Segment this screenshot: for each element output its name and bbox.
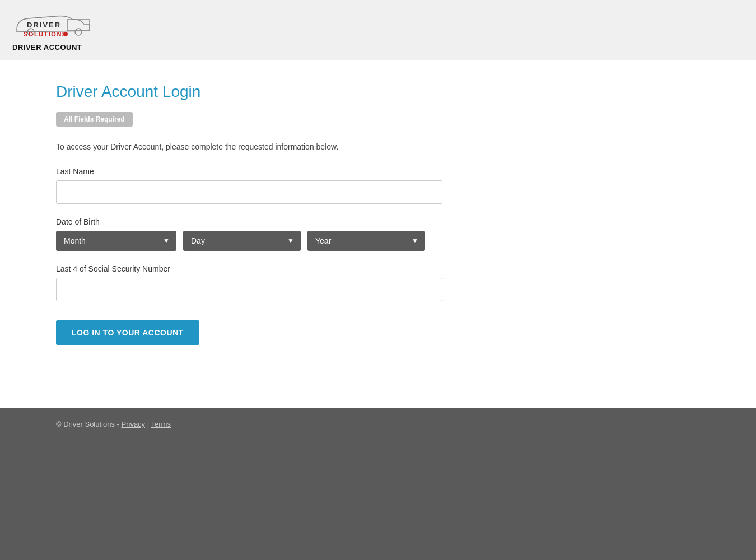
privacy-link[interactable]: Privacy xyxy=(122,420,146,428)
login-button[interactable]: LOG IN TO YOUR ACCOUNT xyxy=(56,320,199,345)
dob-label: Date of Birth xyxy=(56,217,700,226)
description-text: To access your Driver Account, please co… xyxy=(56,142,700,151)
last-name-label: Last Name xyxy=(56,167,700,176)
ssn-label: Last 4 of Social Security Number xyxy=(56,264,700,273)
ssn-group: Last 4 of Social Security Number xyxy=(56,264,700,301)
day-select[interactable]: Day 123 456 789 101112 131415 161718 192… xyxy=(183,231,301,251)
site-header: DRIVER SOLUTIONS . DRIVER ACCOUNT xyxy=(0,0,756,60)
year-select[interactable]: Year 20052004 20032002 20012000 19991998… xyxy=(307,231,425,251)
dob-row: Month January February March April May J… xyxy=(56,231,700,251)
last-name-group: Last Name xyxy=(56,167,700,204)
logo-image: DRIVER SOLUTIONS . xyxy=(11,8,106,42)
main-content: Driver Account Login All Fields Required… xyxy=(0,60,756,408)
svg-text:SOLUTIONS: SOLUTIONS xyxy=(24,31,67,38)
site-footer: © Driver Solutions - Privacy | Terms xyxy=(0,408,756,560)
month-select[interactable]: Month January February March April May J… xyxy=(56,231,176,251)
terms-link[interactable]: Terms xyxy=(151,420,171,428)
logo-container: DRIVER SOLUTIONS . DRIVER ACCOUNT xyxy=(11,8,745,52)
footer-separator: | xyxy=(145,420,151,428)
dob-group: Date of Birth Month January February Mar… xyxy=(56,217,700,251)
month-select-wrapper: Month January February March April May J… xyxy=(56,231,176,251)
last-name-input[interactable] xyxy=(56,180,442,204)
driver-account-label: DRIVER ACCOUNT xyxy=(12,43,82,52)
svg-point-1 xyxy=(75,29,82,35)
copyright-text: © Driver Solutions - xyxy=(56,420,122,428)
svg-text:DRIVER: DRIVER xyxy=(27,21,61,29)
svg-text:.: . xyxy=(67,32,68,38)
year-select-wrapper: Year 20052004 20032002 20012000 19991998… xyxy=(307,231,425,251)
ssn-input[interactable] xyxy=(56,278,442,301)
all-fields-badge: All Fields Required xyxy=(56,112,133,127)
day-select-wrapper: Day 123 456 789 101112 131415 161718 192… xyxy=(183,231,301,251)
page-title: Driver Account Login xyxy=(56,83,700,101)
logo-svg: DRIVER SOLUTIONS . xyxy=(11,8,106,42)
footer-copyright: © Driver Solutions - Privacy | Terms xyxy=(56,420,700,428)
